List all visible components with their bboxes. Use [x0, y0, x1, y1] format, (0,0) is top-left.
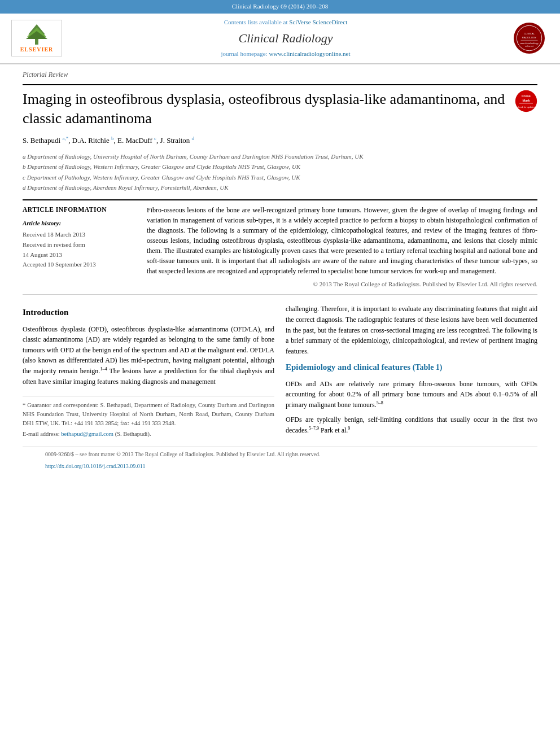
journal-citation-bar: Clinical Radiology 69 (2014) 200–208: [0, 0, 560, 14]
epi-ref3: 9: [348, 426, 350, 431]
affiliation-a: a Department of Radiology, University Ho…: [23, 152, 537, 161]
intro-heading: Introduction: [23, 306, 274, 319]
doi-line: http://dx.doi.org/10.1016/j.crad.2013.09…: [23, 462, 537, 474]
svg-text:Mark: Mark: [522, 99, 530, 102]
svg-text:www.clinicalradiology: www.clinicalradiology: [520, 42, 538, 45]
bottom-bar: 0009-9260/$ – see front matter © 2013 Th…: [23, 447, 537, 462]
doi-link[interactable]: http://dx.doi.org/10.1016/j.crad.2013.09…: [45, 463, 146, 469]
epi-ref1: 5–8: [377, 400, 383, 405]
journal-homepage: journal homepage: www.clinicalradiologyo…: [73, 50, 498, 59]
crossmark-logo: Cross Mark check for updates: [515, 90, 537, 112]
article-info-col: ARTICLE INFORMATION Article history: Rec…: [23, 205, 135, 289]
received-revised-label: Received in revised form: [23, 240, 135, 250]
epidemiology-heading: Epidemiology and clinical features (Tabl…: [286, 361, 537, 374]
revised-date: 14 August 2013: [23, 250, 135, 260]
article-type: Pictorial Review: [23, 70, 537, 80]
elsevier-logo: ELSEVIER: [11, 20, 62, 56]
svg-rect-0: [35, 39, 38, 45]
svg-text:CLINICAL: CLINICAL: [523, 32, 535, 35]
journal-citation: Clinical Radiology 69 (2014) 200–208: [232, 3, 328, 10]
journal-header-center: Contents lists available at SciVerse Sci…: [73, 18, 498, 59]
epi-ref2: 5–7,9: [309, 426, 319, 431]
email-note: E-mail address: bethapud@gmail.com (S. B…: [23, 430, 274, 439]
abstract-col: Fibro-osseous lesions of the bone are we…: [147, 205, 537, 289]
article-history-label: Article history:: [23, 219, 135, 228]
received-1: Received 18 March 2013: [23, 230, 135, 240]
guarantor-note: * Guarantor and correspondent: S. Bethap…: [23, 401, 274, 427]
epidemiology-para2: OFDs are typically benign, self-limiting…: [286, 414, 537, 435]
body-content: Introduction Osteofibrous dysplasia (OFD…: [23, 304, 537, 441]
article-info-heading: ARTICLE INFORMATION: [23, 205, 135, 215]
body-left-col: Introduction Osteofibrous dysplasia (OFD…: [23, 304, 274, 441]
body-top-divider: [23, 294, 537, 295]
main-content: Pictorial Review Imaging in osteofibrous…: [0, 64, 560, 485]
affiliations: a Department of Radiology, University Ho…: [23, 152, 537, 193]
accepted-date: Accepted 10 September 2013: [23, 260, 135, 270]
author-names: S. Bethapudi a,*, D.A. Ritchie b, E. Mac…: [23, 136, 194, 145]
abstract-copyright: © 2013 The Royal College of Radiologists…: [147, 279, 537, 289]
email-link[interactable]: bethapud@gmail.com: [61, 431, 113, 437]
journal-logo-right: CLINICAL RADIOLOGY www.clinicalradiology…: [509, 23, 549, 54]
email-person: (S. Bethapudi).: [115, 431, 151, 437]
abstract-text: Fibro-osseous lesions of the bone are we…: [147, 205, 537, 276]
article-title: Imaging in osteofibrous dysplasia, osteo…: [23, 90, 509, 128]
abstract-top-divider: [23, 199, 537, 200]
affiliation-d: d Department of Radiology, Aberdeen Roya…: [23, 183, 537, 193]
intro-para2: challenging. Therefore, it is important …: [286, 304, 537, 356]
sciverse-link: Contents lists available at SciVerse Sci…: [73, 18, 498, 27]
issn-line: 0009-9260/$ – see front matter © 2013 Th…: [45, 451, 321, 459]
footnote-section: * Guarantor and correspondent: S. Bethap…: [23, 396, 274, 439]
journal-title: Clinical Radiology: [73, 29, 498, 47]
svg-text:RADIOLOGY: RADIOLOGY: [522, 36, 536, 39]
svg-text:check for updates: check for updates: [517, 106, 535, 108]
svg-text:Cross: Cross: [522, 94, 531, 98]
journal-header: ELSEVIER Contents lists available at Sci…: [0, 14, 560, 64]
authors-line: S. Bethapudi a,*, D.A. Ritchie b, E. Mac…: [23, 135, 537, 146]
intro-ref1: 1–4: [100, 366, 107, 372]
affiliation-c: c Department of Pathology, Western Infir…: [23, 173, 537, 182]
elsevier-wordmark: ELSEVIER: [20, 46, 54, 54]
article-title-area: Imaging in osteofibrous dysplasia, osteo…: [23, 90, 537, 128]
journal-badge: CLINICAL RADIOLOGY www.clinicalradiology…: [514, 23, 545, 54]
title-top-divider: [23, 84, 537, 85]
svg-text:online.net: online.net: [525, 46, 533, 48]
epidemiology-para1: OFDs and ADs are relatively rare primary…: [286, 379, 537, 410]
intro-para1: Osteofibrous dysplasia (OFD), osteofibro…: [23, 324, 274, 387]
elsevier-tree-icon: [23, 23, 51, 46]
abstract-section: ARTICLE INFORMATION Article history: Rec…: [23, 205, 537, 289]
email-label: E-mail address:: [23, 431, 60, 437]
body-right-col: challenging. Therefore, it is important …: [286, 304, 537, 441]
affiliation-b: b Department of Radiology, Western Infir…: [23, 162, 537, 172]
